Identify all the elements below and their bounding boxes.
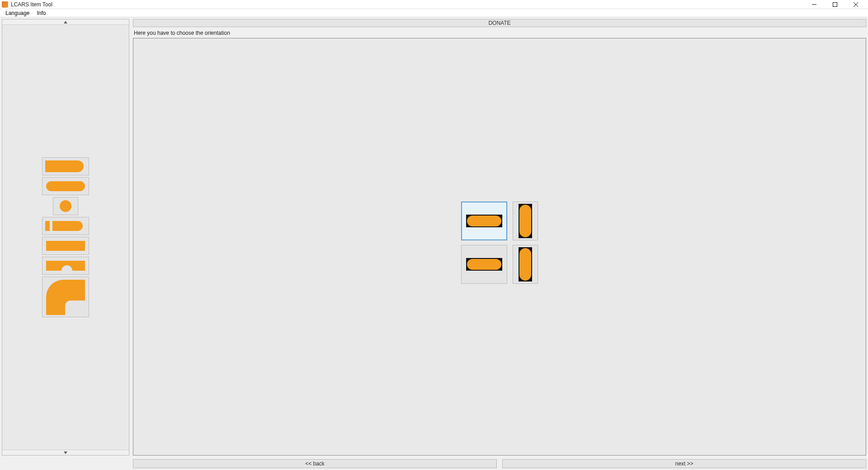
palette-item-elbow[interactable] <box>42 277 89 317</box>
svg-rect-1 <box>833 2 837 6</box>
svg-rect-11 <box>467 216 501 226</box>
palette-scroll-up[interactable] <box>2 19 129 25</box>
menu-language[interactable]: Language <box>2 10 33 16</box>
palette-item-rectangle[interactable] <box>42 237 89 255</box>
orientation-vertical[interactable] <box>513 202 538 240</box>
palette-body <box>2 25 129 450</box>
instruction-label: Here you have to choose the orientation <box>133 29 866 38</box>
svg-rect-7 <box>45 221 50 231</box>
close-button[interactable] <box>845 0 866 9</box>
svg-point-6 <box>60 200 71 212</box>
app-icon <box>2 1 8 8</box>
orientation-canvas <box>133 38 866 456</box>
palette-item-circle[interactable] <box>53 197 78 215</box>
orientation-grid <box>461 202 538 284</box>
orientation-vertical-alt[interactable] <box>513 245 538 284</box>
maximize-button[interactable] <box>825 0 845 9</box>
orientation-horizontal[interactable] <box>461 202 507 240</box>
svg-rect-8 <box>46 241 85 251</box>
window-title: LCARS Item Tool <box>11 1 52 8</box>
palette-item-halfround[interactable] <box>42 157 89 175</box>
title-bar: LCARS Item Tool <box>0 0 868 9</box>
palette-item-notch[interactable] <box>42 257 89 275</box>
donate-button[interactable]: DONATE <box>133 19 866 27</box>
content-area: DONATE Here you have to choose the orien… <box>133 19 866 456</box>
svg-marker-9 <box>64 451 67 454</box>
next-button[interactable]: next >> <box>502 459 866 468</box>
orientation-horizontal-alt[interactable] <box>461 245 507 284</box>
palette-scroll-down[interactable] <box>2 450 129 455</box>
svg-rect-17 <box>519 248 531 281</box>
menu-info[interactable]: Info <box>33 10 49 16</box>
shape-palette <box>2 19 129 456</box>
minimize-button[interactable] <box>804 0 825 9</box>
svg-marker-4 <box>64 21 67 24</box>
footer-nav: << back next >> <box>0 457 868 470</box>
svg-rect-5 <box>46 181 85 191</box>
svg-rect-13 <box>519 205 531 237</box>
svg-rect-15 <box>467 259 501 270</box>
menu-bar: Language Info <box>0 9 868 17</box>
palette-item-bar-slit[interactable] <box>42 217 89 235</box>
palette-item-pill[interactable] <box>42 177 89 195</box>
back-button[interactable]: << back <box>133 459 497 468</box>
workspace: DONATE Here you have to choose the orien… <box>0 17 868 457</box>
